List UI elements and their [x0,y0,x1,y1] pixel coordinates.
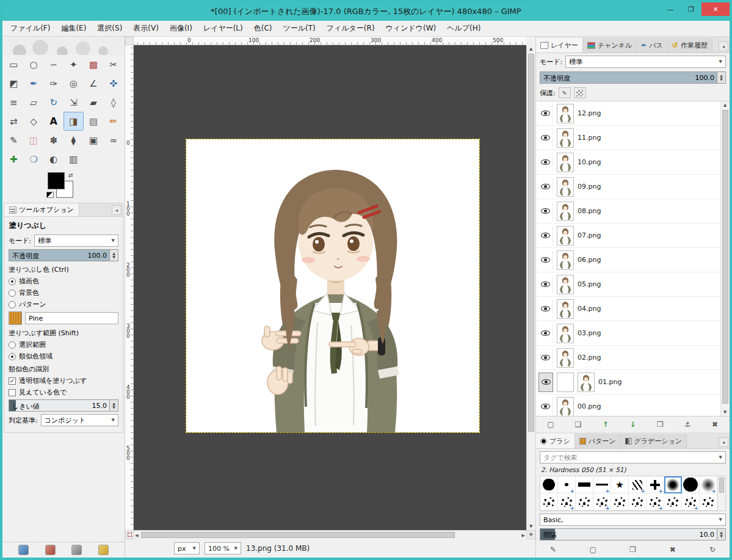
brush-preview[interactable] [593,476,611,493]
layer-row[interactable]: 06.png [536,248,720,272]
canvas-viewport[interactable] [134,45,526,530]
threshold-stepper[interactable]: ▲▼ [109,400,118,411]
lock-pixels-button[interactable]: ✎ [559,87,571,98]
layer-row[interactable]: 11.png [536,126,720,150]
scroll-left-icon[interactable]: ◀ [135,533,138,538]
tool-free-select[interactable]: ∽ [43,55,63,74]
vertical-scroll-thumb[interactable] [528,54,534,432]
edit-brush-button[interactable]: ✎ [545,544,562,556]
layer-row[interactable]: 00.png [536,395,720,416]
brush-preview[interactable] [611,476,629,493]
tool-clone[interactable]: ▣ [84,131,104,150]
footer-tool-presets-icon[interactable] [98,545,109,555]
brush-preview-selected[interactable] [664,476,682,493]
duplicate-layer-button[interactable]: ❐ [651,418,669,431]
brush-preview[interactable] [700,476,717,493]
layer-mode-dropdown[interactable]: 標準 ▼ [565,56,726,68]
menu-help[interactable]: ヘルプ(H) [441,21,486,36]
tool-align[interactable]: ≡ [4,93,24,112]
scroll-down-icon[interactable]: ▼ [529,524,532,529]
ruler-origin-button[interactable] [125,37,134,45]
menu-filters[interactable]: フィルター(R) [321,21,380,36]
criterion-dropdown[interactable]: コンポジット ▼ [41,414,118,426]
tool-ellipse-select[interactable]: ○ [24,55,44,74]
visibility-eye-icon[interactable] [541,159,550,165]
brush-preview[interactable] [540,493,558,511]
tool-blur-sharpen[interactable]: ❍ [24,150,44,169]
maximize-button[interactable]: ❐ [681,2,701,16]
tool-select-by-color[interactable]: ▩ [84,55,104,74]
tool-crop[interactable]: ▱ [24,93,44,112]
brush-grid-scrollbar[interactable] [717,476,725,511]
tool-move[interactable]: ✜ [103,74,123,93]
brush-preview[interactable] [682,493,700,511]
brush-preview[interactable] [629,493,647,511]
delete-layer-button[interactable]: ✖ [706,418,723,431]
visibility-eye-icon[interactable] [541,257,550,263]
visibility-eye-icon[interactable] [541,404,550,409]
visibility-eye-icon[interactable] [541,208,550,214]
brush-preview[interactable] [558,493,576,511]
new-brush-button[interactable]: ▢ [584,544,601,556]
menu-edit[interactable]: 編集(E) [56,21,92,36]
quickmask-toggle[interactable] [125,530,134,539]
spacing-slider[interactable]: 間隔 10.0 ▲▼ [540,528,726,540]
brush-preview[interactable] [647,493,664,511]
pattern-preview[interactable] [9,311,22,325]
tab-channels[interactable]: チャンネル [583,38,637,53]
tab-layers[interactable]: レイヤー [536,38,583,53]
layer-row[interactable]: 07.png [536,224,720,248]
tool-rotate[interactable]: ↻ [43,93,63,112]
tab-tool-options[interactable]: ツールオプション [4,203,79,216]
tool-perspective[interactable]: ◊ [103,93,123,112]
menu-image[interactable]: 画像(I) [164,21,198,36]
tool-cage-transform[interactable]: ◇ [24,112,44,131]
lower-layer-button[interactable]: ↓ [624,418,641,431]
tool-scissors-select[interactable]: ✂ [103,55,123,74]
brush-preview[interactable] [682,476,700,493]
navigation-button[interactable]: ✜ [526,530,535,539]
scroll-down-icon[interactable]: ▼ [723,410,727,415]
tool-perspective-clone[interactable]: ▥ [63,150,84,169]
opacity-stepper[interactable]: ▲▼ [109,250,118,261]
visibility-eye-icon[interactable] [541,306,550,311]
brush-preview[interactable] [611,493,629,511]
tool-smudge[interactable]: ≈ [103,131,123,150]
menu-windows[interactable]: ウィンドウ(W) [380,21,442,36]
tool-pencil[interactable]: ✏ [103,112,123,131]
titlebar[interactable]: *[00] (インポートされた画像)-17.0 (RGBカラー, 15枚のレイヤ… [2,2,730,21]
horizontal-scroll-thumb[interactable] [141,532,455,538]
visibility-eye-icon[interactable] [541,184,550,189]
footer-images-icon[interactable] [18,545,29,555]
footer-document-history-icon[interactable] [45,545,56,555]
brush-preview[interactable] [540,476,558,493]
anchor-layer-button[interactable]: ⚓ [679,418,696,431]
brush-search-input[interactable]: タグで検索 ▼ [540,451,726,464]
visibility-eye-icon[interactable] [541,135,550,140]
layer-list-scrollbar[interactable]: ▲ ▼ [720,101,730,416]
visibility-eye-icon[interactable] [542,379,551,385]
tool-fuzzy-select[interactable]: ✦ [63,55,84,74]
unit-dropdown[interactable]: px ▼ [174,542,200,555]
brush-scroll-thumb[interactable] [719,478,724,493]
visibility-eye-icon[interactable] [541,233,550,238]
tool-measure[interactable]: ∠ [84,74,104,93]
tool-text[interactable]: A [43,112,63,131]
layer-scroll-thumb[interactable] [722,110,728,404]
canvas-image[interactable] [186,139,479,432]
brush-preview[interactable] [558,476,576,493]
brush-preview[interactable] [593,493,611,511]
lock-alpha-button[interactable] [574,87,586,98]
tool-foreground-select[interactable]: ◩ [4,74,24,93]
visibility-eye-icon[interactable] [541,111,550,116]
tool-flip[interactable]: ⇄ [4,112,24,131]
menu-colors[interactable]: 色(C) [248,21,278,36]
visibility-eye-icon[interactable] [541,330,550,336]
scroll-right-icon[interactable]: ▶ [522,533,525,538]
default-colors-icon[interactable] [46,192,54,198]
tool-ink[interactable]: ⧫ [63,131,84,150]
zoom-dropdown[interactable]: 100 % ▼ [205,542,241,555]
minimize-button[interactable]: — [660,2,681,16]
brush-preview[interactable] [664,493,682,511]
tool-eraser[interactable]: ◫ [24,131,44,150]
